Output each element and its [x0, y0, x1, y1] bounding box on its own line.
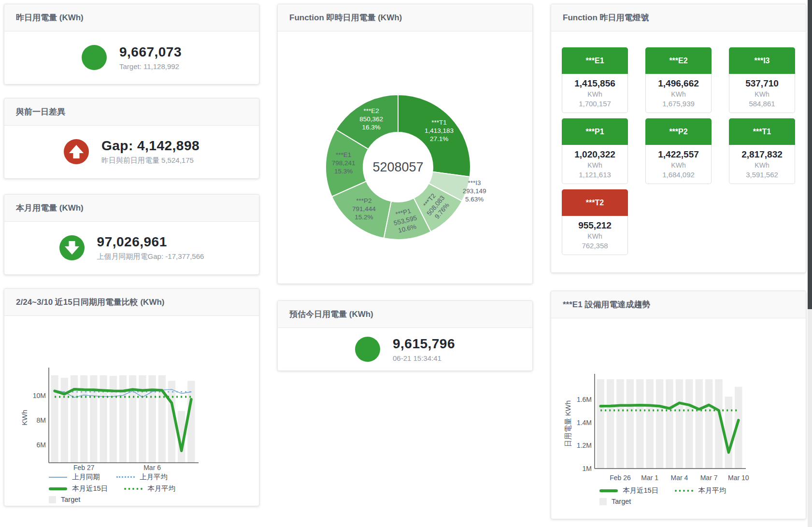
tile-header: ***P2 — [645, 118, 712, 145]
target-bar — [607, 379, 614, 469]
kpi-subtext: 上個月同期用電Gap: -17,377,566 — [97, 252, 204, 261]
legend-item[interactable]: 本月近15日 — [599, 486, 658, 495]
legend-item[interactable]: 本月近15日 — [49, 484, 108, 493]
legend-item[interactable]: 本月平均 — [675, 486, 726, 495]
target-bar — [725, 397, 732, 469]
lamp-tile-T2[interactable]: ***T2955,212KWh762,358 — [562, 189, 628, 255]
card-realtime-donut-title: Function 即時日用電量 (KWh) — [278, 4, 532, 31]
legend-item[interactable]: 上月平均 — [116, 472, 168, 482]
card-compare15-chart: 2/24~3/10 近15日同期用電量比較 (KWh) 6M8M10MFeb 2… — [4, 288, 259, 506]
card-lamp-panel: Function 昨日用電燈號 ***E11,415,856KWh1,700,1… — [551, 4, 806, 273]
target-bar — [636, 379, 643, 469]
kpi-yesterday: 9,667,073 Target: 11,128,992 — [4, 31, 259, 84]
tile-body: 1,415,856KWh1,700,157 — [562, 74, 628, 113]
kpi-value: Gap: 4,142,898 — [101, 138, 199, 154]
tile-unit: KWh — [647, 161, 710, 169]
legend-label: Target — [612, 498, 631, 505]
lamp-tile-T1[interactable]: ***T12,817,832KWh3,591,562 — [729, 118, 795, 184]
tile-target: 3,591,562 — [730, 171, 794, 179]
tile-value: 537,710 — [730, 78, 794, 89]
x-tick-label: Mar 1 — [641, 474, 658, 482]
target-bar — [100, 375, 107, 463]
lamp-tile-P2[interactable]: ***P21,422,557KWh1,684,092 — [645, 118, 712, 184]
x-tick-label: Mar 6 — [143, 464, 161, 471]
y-tick-label: 1.4M — [577, 419, 592, 427]
legend-item[interactable]: Target — [599, 498, 631, 505]
tile-value: 2,817,832 — [730, 149, 794, 160]
kpi-subtext: 06-21 15:34:41 — [393, 354, 455, 362]
target-bar — [158, 375, 166, 463]
tile-value: 955,212 — [563, 220, 627, 231]
tile-unit: KWh — [730, 90, 794, 98]
y-axis-label: KWh — [20, 410, 28, 426]
card-e1-trend-chart: ***E1 設備用電達成趨勢 1M1.2M1.4M1.6MFeb 26Mar 1… — [551, 291, 806, 519]
target-bar — [646, 379, 654, 469]
lamp-tile-E1[interactable]: ***E11,415,856KWh1,700,157 — [562, 47, 628, 113]
lamp-tile-E2[interactable]: ***E21,496,662KWh1,675,939 — [645, 47, 712, 113]
x-tick-label: Feb 26 — [610, 474, 631, 482]
tile-body: 2,817,832KWh3,591,562 — [729, 145, 795, 184]
card-yesterday-usage: 昨日用電量 (KWh) 9,667,073 Target: 11,128,992 — [4, 4, 259, 85]
chart-e1_trend[interactable]: 1M1.2M1.4M1.6MFeb 26Mar 1Mar 4Mar 7Mar 1… — [551, 318, 807, 484]
tile-header: ***I3 — [729, 47, 795, 74]
legend-swatch-dot-green — [124, 488, 142, 490]
chart-compare15[interactable]: 6M8M10MFeb 27Mar 6KWh — [4, 315, 260, 475]
kpi-text: 9,667,073 Target: 11,128,992 — [119, 44, 182, 71]
target-bar — [110, 376, 117, 463]
x-tick-label: Mar 10 — [728, 474, 749, 482]
kpi-today-estimate: 9,615,796 06-21 15:34:41 — [278, 328, 532, 370]
green-down-arrow-icon — [59, 235, 85, 260]
tile-unit: KWh — [730, 161, 794, 169]
tile-value: 1,496,662 — [647, 78, 710, 89]
target-bar — [685, 379, 693, 469]
kpi-subtext: 昨日與前日用電量 5,524,175 — [101, 156, 199, 165]
legend-item[interactable]: 上月同期 — [49, 472, 100, 482]
tile-target: 1,684,092 — [647, 171, 710, 179]
legend-swatch-line-green — [49, 487, 67, 490]
tile-target: 1,675,939 — [647, 100, 710, 108]
legend-swatch-line-green — [599, 489, 618, 492]
kpi-value: 97,026,961 — [97, 234, 204, 250]
target-bar — [705, 379, 712, 469]
y-tick-label: 6M — [37, 441, 46, 449]
tile-target: 762,358 — [563, 242, 627, 250]
legend-item[interactable]: Target — [49, 496, 80, 503]
target-bar — [139, 375, 146, 463]
kpi-text: 9,615,796 06-21 15:34:41 — [393, 336, 455, 362]
tile-target: 1,700,157 — [563, 100, 627, 108]
target-bar — [627, 379, 634, 469]
target-bar — [61, 378, 68, 463]
y-tick-label: 10M — [33, 392, 46, 399]
tile-body: 1,422,557KWh1,684,092 — [645, 145, 712, 184]
lamp-tile-I3[interactable]: ***I3537,710KWh584,861 — [729, 47, 795, 113]
card-compare15-title: 2/24~3/10 近15日同期用電量比較 (KWh) — [4, 289, 259, 316]
legend-label: Target — [61, 496, 80, 503]
legend-item[interactable]: 本月平均 — [124, 484, 175, 493]
lamp-tile-P1[interactable]: ***P11,020,322KWh1,121,613 — [562, 118, 628, 184]
tile-body: 955,212KWh762,358 — [562, 216, 628, 255]
target-bar — [616, 379, 624, 469]
target-bar — [149, 375, 156, 463]
legend-label: 本月近15日 — [72, 484, 108, 493]
scrollbar-thumb[interactable] — [808, 0, 812, 309]
kpi-text: 97,026,961 上個月同期用電Gap: -17,377,566 — [97, 234, 204, 261]
legend-label: 本月平均 — [698, 486, 726, 495]
legend-label: 本月近15日 — [623, 486, 658, 495]
kpi-value: 9,667,073 — [119, 44, 182, 60]
kpi-subtext: Target: 11,128,992 — [119, 62, 182, 71]
legend-e1_trend: 本月近15日本月平均Target — [599, 486, 726, 505]
legend-swatch-box-gray — [599, 498, 607, 505]
target-bar — [676, 379, 683, 469]
green-status-circle-icon — [355, 337, 380, 362]
tile-body: 537,710KWh584,861 — [729, 74, 795, 113]
kpi-text: Gap: 4,142,898 昨日與前日用電量 5,524,175 — [101, 138, 199, 165]
chart-realtime_donut[interactable]: ***T11,413,18327.1%***I3293,1495.63%***T… — [278, 31, 533, 285]
tile-unit: KWh — [563, 90, 627, 98]
card-month-usage-title: 本月用電量 (KWh) — [4, 195, 259, 222]
red-up-arrow-icon — [64, 139, 89, 164]
tile-header: ***T1 — [729, 118, 795, 145]
target-bar — [696, 379, 703, 469]
tile-value: 1,415,856 — [563, 78, 627, 89]
legend-swatch-box-gray — [49, 496, 56, 503]
tile-header: ***E1 — [562, 47, 628, 74]
